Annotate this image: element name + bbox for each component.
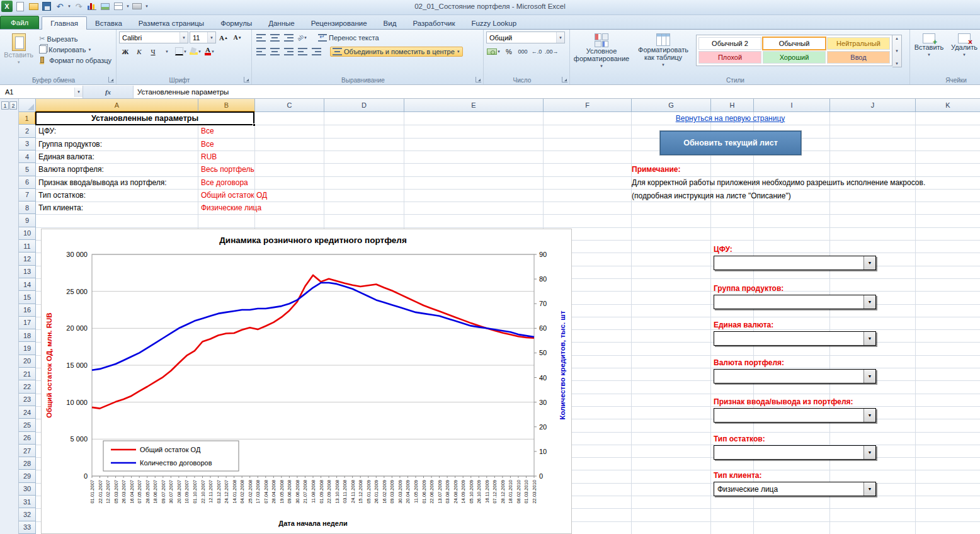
accounting-format-button[interactable]: ▼: [486, 45, 501, 57]
param-label-cell[interactable]: Валюта портфеля:: [38, 163, 104, 176]
row-header-22[interactable]: 22: [19, 380, 36, 393]
row-header-8[interactable]: 8: [19, 202, 36, 214]
row-header-9[interactable]: 9: [19, 214, 36, 227]
row-header-21[interactable]: 21: [19, 368, 36, 380]
param-value-cell[interactable]: Все договора: [201, 176, 248, 189]
worksheet[interactable]: 1 2 ABCDEFGHIJK 123456789101112131415161…: [0, 99, 980, 534]
align-top-button[interactable]: [254, 31, 267, 43]
chevron-down-icon[interactable]: ▼: [74, 88, 83, 97]
outline-level-2-button[interactable]: 2: [9, 101, 17, 110]
font-name-select[interactable]: Calibri ▼: [119, 31, 188, 43]
param-label-cell[interactable]: ЦФУ:: [38, 125, 56, 137]
decrease-decimal-button[interactable]: .00→: [544, 45, 559, 57]
tab-file[interactable]: Файл: [0, 16, 39, 30]
fill-color-button[interactable]: ▼: [189, 45, 202, 57]
row-header-11[interactable]: 11: [19, 240, 36, 253]
align-left-button[interactable]: [254, 45, 267, 57]
row-header-13[interactable]: 13: [19, 266, 36, 278]
param-label-cell[interactable]: Тип остатков:: [38, 189, 86, 202]
name-box[interactable]: A1 ▼: [0, 86, 83, 98]
row-header-5[interactable]: 5: [19, 163, 36, 176]
row-header-20[interactable]: 20: [19, 355, 36, 368]
column-header-F[interactable]: F: [544, 99, 632, 112]
row-header-29[interactable]: 29: [19, 470, 36, 482]
underline-button[interactable]: Ч: [147, 45, 159, 57]
row-header-23[interactable]: 23: [19, 394, 36, 406]
portfolio-chart[interactable]: 05 00010 00015 00020 00025 00030 0000102…: [41, 229, 572, 534]
cell-a1-merged[interactable]: Установленные параметры: [35, 111, 254, 125]
row-header-28[interactable]: 28: [19, 457, 36, 470]
form-dropdown-2[interactable]: ▼: [714, 295, 876, 309]
underline-dropdown[interactable]: ▼: [161, 45, 173, 57]
gallery-scrollbar[interactable]: ▲ ▼ ▼: [892, 35, 902, 67]
align-middle-button[interactable]: [268, 31, 281, 43]
dropdown-arrow-icon[interactable]: ▼: [863, 332, 875, 345]
form-dropdown-1[interactable]: ▼: [714, 256, 876, 270]
tab-разработчик[interactable]: Разработчик: [404, 17, 463, 30]
borders-button[interactable]: ▼: [174, 45, 188, 57]
dropdown-arrow-icon[interactable]: ▼: [863, 409, 875, 422]
dialog-launcher-icon[interactable]: [244, 77, 249, 82]
column-header-I[interactable]: I: [754, 99, 830, 112]
insert-cells-button[interactable]: Вставить ▼: [913, 31, 945, 75]
row-header-6[interactable]: 6: [19, 176, 36, 189]
merge-center-button[interactable]: Объединить и поместить в центре ▼: [330, 47, 463, 57]
row-header-26[interactable]: 26: [19, 432, 36, 445]
param-value-cell[interactable]: Все: [201, 125, 214, 137]
row-header-3[interactable]: 3: [19, 138, 36, 151]
copy-button[interactable]: Копировать ▼: [37, 45, 113, 54]
back-to-first-page-link[interactable]: Вернуться на первую страницу: [631, 114, 829, 123]
tab-вставка[interactable]: Вставка: [87, 17, 130, 30]
row-header-30[interactable]: 30: [19, 483, 36, 496]
param-label-cell[interactable]: Единая валюта:: [38, 151, 94, 163]
form-dropdown-6[interactable]: ▼: [714, 445, 876, 460]
insert-function-button[interactable]: fx: [83, 86, 134, 98]
gallery-up-icon[interactable]: ▲: [895, 37, 899, 40]
column-header-B[interactable]: B: [198, 99, 255, 112]
param-label-cell[interactable]: Признак ввода/вывода из портфеля:: [38, 176, 167, 189]
form-dropdown-5[interactable]: ▼: [714, 408, 876, 423]
dialog-launcher-icon[interactable]: [476, 77, 481, 82]
row-header-4[interactable]: 4: [19, 151, 36, 163]
param-value-cell[interactable]: Общий остаток ОД: [201, 189, 267, 202]
column-header-J[interactable]: J: [830, 99, 916, 112]
row-header-12[interactable]: 12: [19, 253, 36, 265]
align-right-button[interactable]: [282, 45, 295, 57]
gallery-down-icon[interactable]: ▼: [895, 49, 899, 53]
select-all-corner[interactable]: [19, 99, 36, 112]
fill-handle[interactable]: [253, 123, 256, 127]
row-header-24[interactable]: 24: [19, 406, 36, 419]
row-header-15[interactable]: 15: [19, 291, 36, 304]
row-header-16[interactable]: 16: [19, 304, 36, 317]
param-value-cell[interactable]: Весь портфель: [201, 163, 254, 176]
orientation-button[interactable]: ab▼: [296, 31, 309, 43]
column-header-E[interactable]: E: [404, 99, 544, 112]
format-painter-button[interactable]: Формат по образцу: [37, 55, 113, 65]
format-as-table-button[interactable]: Форматировать как таблицу ▼: [634, 31, 692, 75]
decrease-indent-button[interactable]: [296, 45, 309, 57]
align-center-button[interactable]: [268, 45, 281, 57]
increase-font-button[interactable]: А▲: [217, 31, 230, 43]
column-header-C[interactable]: C: [255, 99, 324, 112]
row-header-27[interactable]: 27: [19, 445, 36, 457]
row-header-2[interactable]: 2: [19, 125, 36, 137]
row-header-7[interactable]: 7: [19, 189, 36, 202]
row-header-17[interactable]: 17: [19, 317, 36, 329]
gallery-more-icon[interactable]: ▼: [895, 62, 899, 65]
font-size-select[interactable]: 11 ▼: [190, 31, 216, 43]
column-header-H[interactable]: H: [711, 99, 754, 112]
form-dropdown-7[interactable]: Физические лица▼: [714, 482, 876, 496]
dropdown-arrow-icon[interactable]: ▼: [863, 482, 875, 496]
cut-button[interactable]: ✂ Вырезать: [37, 34, 113, 43]
bold-button[interactable]: Ж: [119, 45, 132, 57]
param-value-cell[interactable]: RUB: [201, 151, 217, 163]
refresh-sheet-button[interactable]: Обновить текущий лист: [660, 131, 801, 155]
column-header-A[interactable]: A: [36, 99, 198, 112]
increase-indent-button[interactable]: [310, 45, 322, 57]
column-header-G[interactable]: G: [632, 99, 711, 112]
row-header-25[interactable]: 25: [19, 419, 36, 431]
tab-формулы[interactable]: Формулы: [212, 17, 260, 30]
dropdown-arrow-icon[interactable]: ▼: [863, 370, 875, 383]
wrap-text-button[interactable]: Перенос текста: [316, 33, 381, 42]
cell-style-6[interactable]: Ввод: [827, 51, 890, 64]
